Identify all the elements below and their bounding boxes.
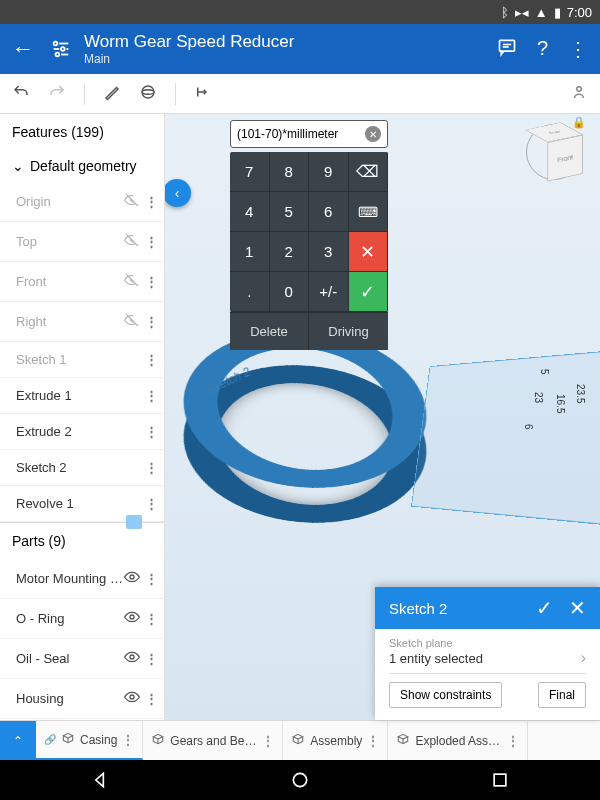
expand-tabs-button[interactable]: ⌃ — [0, 721, 36, 760]
comments-icon[interactable] — [497, 37, 517, 62]
backspace-key[interactable]: ⌫ — [349, 152, 389, 192]
tab-menu-icon[interactable]: ⋮ — [122, 733, 134, 747]
part-studio-icon — [61, 731, 75, 748]
part-studio-icon — [291, 732, 305, 749]
item-menu-icon[interactable]: ⋮ — [144, 571, 158, 586]
tab-menu-icon[interactable]: ⋮ — [367, 734, 379, 748]
lock-icon[interactable]: 🔒 — [572, 116, 586, 129]
numpad-key-5[interactable]: 5 — [270, 192, 310, 232]
svg-point-19 — [130, 695, 134, 699]
tab[interactable]: Gears and Beari...⋮ — [143, 721, 283, 760]
view-cube-front[interactable]: Front — [547, 135, 583, 182]
feature-item[interactable]: Front⋮ — [0, 262, 164, 302]
numpad-display[interactable]: (101-70)*millimeter ✕ — [230, 120, 388, 148]
sketch-tool-button[interactable] — [103, 83, 121, 105]
undo-button[interactable] — [12, 83, 30, 105]
numpad-key-9[interactable]: 9 — [309, 152, 349, 192]
sphere-tool-button[interactable] — [139, 83, 157, 105]
numpad-key-3[interactable]: 3 — [309, 232, 349, 272]
back-button[interactable]: ← — [12, 36, 34, 62]
numpad-key-6[interactable]: 6 — [309, 192, 349, 232]
item-menu-icon[interactable]: ⋮ — [144, 496, 158, 511]
visibility-icon[interactable] — [124, 609, 144, 628]
feature-item[interactable]: Extrude 1⋮ — [0, 378, 164, 414]
person-icon[interactable] — [570, 83, 588, 105]
part-item[interactable]: Bottom Oil Plug⋮ — [0, 719, 164, 720]
collapse-panel-button[interactable]: ‹ — [165, 179, 191, 207]
help-icon[interactable]: ? — [537, 37, 548, 62]
feature-item[interactable]: Sketch 1⋮ — [0, 342, 164, 378]
feature-item[interactable]: Sketch 2⋮ — [0, 450, 164, 486]
numpad-driving-button[interactable]: Driving — [309, 312, 388, 350]
visibility-icon[interactable] — [124, 649, 144, 668]
numpad-key-8[interactable]: 8 — [270, 152, 310, 192]
show-constraints-button[interactable]: Show constraints — [389, 682, 502, 708]
nav-home-button[interactable] — [290, 770, 310, 790]
tab-menu-icon[interactable]: ⋮ — [507, 734, 519, 748]
visibility-icon[interactable] — [124, 272, 144, 291]
item-menu-icon[interactable]: ⋮ — [144, 651, 158, 666]
visibility-icon[interactable] — [124, 312, 144, 331]
item-menu-icon[interactable]: ⋮ — [144, 611, 158, 626]
view-cube[interactable]: 🔒 Top Front Right — [526, 124, 582, 180]
tab[interactable]: Exploded Asse...⋮ — [388, 721, 528, 760]
item-menu-icon[interactable]: ⋮ — [144, 388, 158, 403]
visibility-icon[interactable] — [124, 232, 144, 251]
tab[interactable]: Assembly⋮ — [283, 721, 388, 760]
overflow-menu-icon[interactable]: ⋮ — [568, 37, 588, 62]
keyboard-key[interactable]: ⌨ — [349, 192, 389, 232]
feature-item[interactable]: Origin⋮ — [0, 182, 164, 222]
nav-recent-button[interactable] — [490, 770, 510, 790]
feature-item[interactable]: Top⋮ — [0, 222, 164, 262]
visibility-icon[interactable] — [124, 689, 144, 708]
part-item[interactable]: Housing⋮ — [0, 679, 164, 719]
numpad-key-1[interactable]: 1 — [230, 232, 270, 272]
confirm-key[interactable]: ✓ — [349, 272, 389, 312]
svg-point-11 — [142, 86, 154, 98]
item-menu-icon[interactable]: ⋮ — [144, 424, 158, 439]
item-menu-icon[interactable]: ⋮ — [144, 314, 158, 329]
tab-menu-icon[interactable]: ⋮ — [262, 734, 274, 748]
numpad-key-4[interactable]: 4 — [230, 192, 270, 232]
expression-value: (101-70)*millimeter — [237, 127, 365, 141]
dimension-tool-button[interactable] — [194, 83, 212, 105]
clear-input-icon[interactable]: ✕ — [365, 126, 381, 142]
tab[interactable]: 🔗Casing⋮ — [36, 721, 143, 760]
redo-button[interactable] — [48, 83, 66, 105]
visibility-icon[interactable] — [124, 192, 144, 211]
item-menu-icon[interactable]: ⋮ — [144, 194, 158, 209]
doc-settings-icon[interactable] — [50, 38, 72, 60]
item-menu-icon[interactable]: ⋮ — [144, 274, 158, 289]
sketch-cancel-button[interactable]: ✕ — [569, 596, 586, 620]
svg-point-5 — [56, 53, 60, 57]
part-item[interactable]: Oil - Seal⋮ — [0, 639, 164, 679]
part-item[interactable]: Motor Mounting Fla...⋮ — [0, 559, 164, 599]
feature-item[interactable]: Right⋮ — [0, 302, 164, 342]
part-item[interactable]: O - Ring⋮ — [0, 599, 164, 639]
numpad-key-+/-[interactable]: +/- — [309, 272, 349, 312]
numpad-key-2[interactable]: 2 — [270, 232, 310, 272]
android-status-bar: ᛒ ▸◂ ▲ ▮ 7:00 — [0, 0, 600, 24]
status-time: 7:00 — [567, 5, 592, 20]
features-header: Features (199) — [0, 114, 164, 150]
numpad-delete-button[interactable]: Delete — [230, 312, 309, 350]
rollback-bar-icon[interactable] — [126, 515, 142, 529]
final-button[interactable]: Final — [538, 682, 586, 708]
numpad-key-0[interactable]: 0 — [270, 272, 310, 312]
item-menu-icon[interactable]: ⋮ — [144, 460, 158, 475]
svg-point-12 — [142, 89, 154, 94]
numpad-key-7[interactable]: 7 — [230, 152, 270, 192]
item-menu-icon[interactable]: ⋮ — [144, 691, 158, 706]
svg-point-15 — [577, 86, 582, 91]
document-title: Worm Gear Speed Reducer — [84, 32, 497, 52]
numpad-key-.[interactable]: . — [230, 272, 270, 312]
feature-item[interactable]: Extrude 2⋮ — [0, 414, 164, 450]
sketch-plane-selector[interactable]: 1 entity selected › — [389, 649, 586, 674]
visibility-icon[interactable] — [124, 569, 144, 588]
nav-back-button[interactable] — [90, 770, 110, 790]
cancel-key[interactable]: ✕ — [349, 232, 389, 272]
default-geometry-section[interactable]: ⌄ Default geometry — [0, 150, 164, 182]
item-menu-icon[interactable]: ⋮ — [144, 234, 158, 249]
sketch-accept-button[interactable]: ✓ — [536, 596, 553, 620]
item-menu-icon[interactable]: ⋮ — [144, 352, 158, 367]
